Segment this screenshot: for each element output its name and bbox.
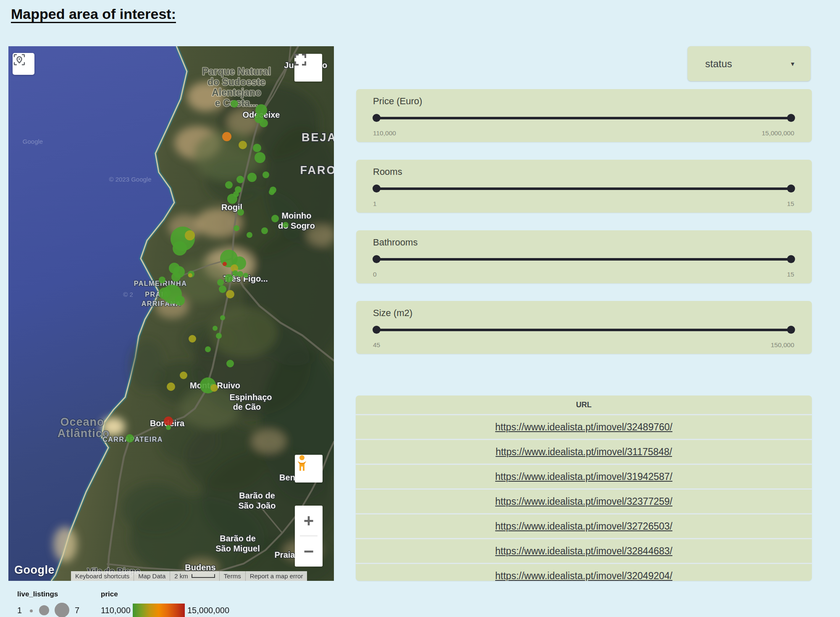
listing-marker[interactable] [166, 425, 171, 430]
listing-marker[interactable] [219, 285, 226, 293]
listing-marker[interactable] [237, 209, 244, 216]
listing-marker[interactable] [231, 100, 238, 108]
keyboard-shortcuts-link[interactable]: Keyboard shortcuts [71, 571, 134, 581]
listing-link[interactable]: https://www.idealista.pt/imovel/31942587… [495, 471, 672, 483]
map[interactable]: Parque Naturaldo SudoesteAlentejanoe Cos… [8, 46, 334, 581]
size-legend-max: 7 [75, 606, 79, 615]
listing-marker[interactable] [171, 272, 181, 282]
listing-marker[interactable] [220, 315, 225, 320]
zoom-out-button[interactable]: − [295, 536, 323, 566]
listing-marker[interactable] [205, 346, 211, 352]
listing-marker[interactable] [243, 273, 248, 278]
table-row: https://www.idealista.pt/imovel/32049204… [356, 563, 812, 581]
listing-marker[interactable] [159, 287, 171, 299]
listing-marker[interactable] [262, 171, 269, 178]
listing-marker[interactable] [232, 270, 238, 276]
map-label: São Miguel [215, 544, 260, 553]
rooms-slider-label: Rooms [373, 166, 402, 177]
map-label: Ju [284, 61, 294, 70]
google-logo[interactable]: Google [14, 564, 55, 577]
size-legend-title: live_listings [17, 590, 58, 599]
listing-marker[interactable] [223, 262, 227, 266]
fullscreen-button[interactable] [294, 54, 322, 82]
listing-marker[interactable] [261, 227, 268, 234]
listing-marker[interactable] [227, 194, 237, 204]
report-map-error-link[interactable]: Report a map error [245, 571, 307, 581]
listing-link[interactable]: https://www.idealista.pt/imovel/32489760… [495, 422, 672, 433]
rooms-slider-track[interactable] [376, 187, 791, 190]
listing-marker[interactable] [175, 295, 185, 306]
price-slider-handle-min[interactable] [373, 114, 381, 122]
listing-marker[interactable] [188, 273, 192, 277]
bathrooms-slider-track[interactable] [376, 258, 791, 261]
map-label: Oceano [60, 416, 104, 428]
map-label: Praia [275, 550, 296, 559]
rooms-slider-handle-max[interactable] [787, 185, 795, 192]
terms-link[interactable]: Terms [219, 571, 245, 581]
listing-marker[interactable] [271, 215, 279, 222]
listing-marker[interactable] [164, 417, 173, 426]
map-data-link[interactable]: Map Data [134, 571, 170, 581]
listing-marker[interactable] [236, 176, 244, 183]
bathrooms-slider-handle-max[interactable] [787, 255, 795, 263]
map-label: Barão de [220, 534, 256, 543]
area-of-interest-button[interactable] [13, 53, 34, 75]
listing-marker[interactable] [225, 181, 233, 189]
listing-marker[interactable] [216, 333, 222, 339]
listing-marker[interactable] [167, 382, 175, 391]
listing-marker[interactable] [253, 144, 261, 152]
price-slider-panel: Price (Euro) 110,000 15,000,000 [356, 89, 812, 142]
map-label: Barão de [239, 491, 275, 500]
listing-marker[interactable] [225, 274, 233, 282]
listing-marker[interactable] [222, 132, 231, 141]
listing-marker[interactable] [126, 434, 134, 443]
map-label: do Sudoeste [207, 76, 265, 87]
zoom-control: + − [295, 506, 323, 567]
bathrooms-slider-handle-min[interactable] [373, 255, 381, 263]
listing-marker[interactable] [234, 225, 239, 231]
map-label: o [322, 61, 327, 70]
table-row: https://www.idealista.pt/imovel/32489760… [356, 414, 812, 439]
zoom-in-button[interactable]: + [295, 506, 323, 535]
location-scan-icon [13, 53, 26, 66]
listing-marker[interactable] [226, 290, 234, 298]
size-slider-track[interactable] [376, 329, 791, 331]
listing-link[interactable]: https://www.idealista.pt/imovel/32844683… [495, 546, 672, 557]
listing-marker[interactable] [247, 232, 252, 238]
table-row: https://www.idealista.pt/imovel/32726503… [356, 513, 812, 538]
listing-marker[interactable] [185, 230, 195, 240]
pegman-button[interactable] [295, 455, 323, 483]
rooms-slider-handle-min[interactable] [373, 185, 381, 192]
listing-marker[interactable] [173, 241, 187, 256]
listing-marker[interactable] [260, 119, 268, 127]
price-slider-handle-max[interactable] [787, 114, 795, 122]
listing-marker[interactable] [159, 277, 165, 283]
listing-link[interactable]: https://www.idealista.pt/imovel/32726503… [495, 521, 672, 532]
listing-marker[interactable] [237, 271, 243, 277]
listing-link[interactable]: https://www.idealista.pt/imovel/32049204… [495, 570, 672, 581]
listing-marker[interactable] [213, 326, 218, 331]
map-label: © 2023 Google [109, 176, 151, 183]
map-label: Espinhaço [229, 393, 272, 402]
listing-marker[interactable] [180, 372, 187, 379]
bathrooms-slider-panel: Bathrooms 0 15 [356, 230, 812, 283]
size-max-value: 150,000 [771, 341, 794, 349]
listing-marker[interactable] [239, 141, 247, 149]
listing-marker[interactable] [189, 335, 196, 343]
listing-marker[interactable] [247, 173, 257, 182]
listing-marker[interactable] [255, 104, 267, 116]
listing-marker[interactable] [210, 384, 218, 392]
listing-marker[interactable] [269, 189, 275, 195]
listing-marker[interactable] [255, 152, 265, 163]
bathrooms-max-value: 15 [787, 271, 794, 278]
listing-marker[interactable] [283, 222, 289, 228]
listing-marker[interactable] [217, 279, 224, 286]
size-slider-handle-min[interactable] [373, 326, 381, 334]
listing-link[interactable]: https://www.idealista.pt/imovel/31175848… [496, 446, 672, 458]
size-slider-handle-max[interactable] [787, 326, 795, 334]
price-slider-track[interactable] [376, 117, 791, 119]
satellite-map-image: Parque Naturaldo SudoesteAlentejanoe Cos… [8, 46, 334, 581]
listing-marker[interactable] [226, 360, 234, 367]
listing-link[interactable]: https://www.idealista.pt/imovel/32377259… [495, 496, 672, 507]
status-dropdown[interactable]: status ▼ [688, 46, 811, 81]
